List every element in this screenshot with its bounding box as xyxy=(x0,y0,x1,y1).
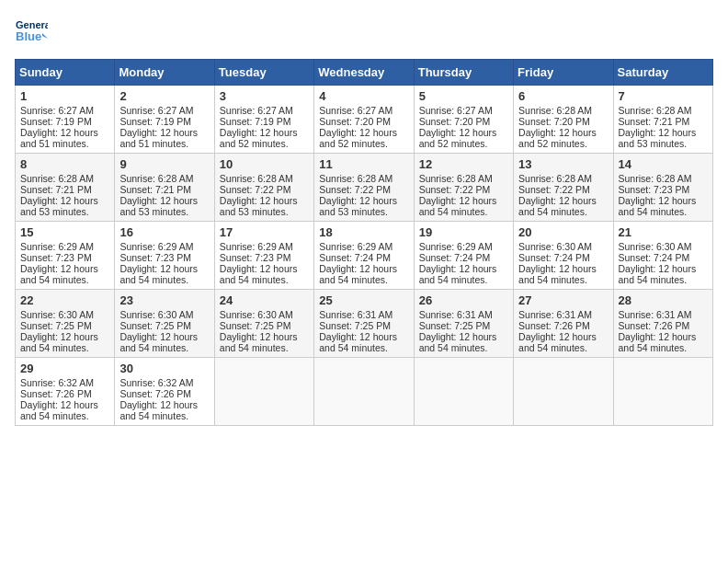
sunset-label: Sunset: 7:22 PM xyxy=(319,184,391,195)
day-number: 16 xyxy=(119,225,209,239)
logo-svg: General Blue xyxy=(15,15,48,48)
calendar-cell xyxy=(514,358,613,426)
sunset-label: Sunset: 7:26 PM xyxy=(119,388,191,399)
calendar-cell: 23 Sunrise: 6:30 AM Sunset: 7:25 PM Dayl… xyxy=(115,290,214,358)
day-number: 5 xyxy=(419,89,508,103)
sunrise-label: Sunrise: 6:32 AM xyxy=(119,377,193,388)
day-number: 21 xyxy=(619,225,708,239)
daylight-label: Daylight: 12 hours and 52 minutes. xyxy=(220,127,298,149)
calendar-cell: 30 Sunrise: 6:32 AM Sunset: 7:26 PM Dayl… xyxy=(115,358,214,426)
sunset-label: Sunset: 7:21 PM xyxy=(619,116,690,127)
sunset-label: Sunset: 7:26 PM xyxy=(20,388,92,399)
daylight-label: Daylight: 12 hours and 53 minutes. xyxy=(319,195,397,217)
sunrise-label: Sunrise: 6:27 AM xyxy=(319,105,392,116)
daylight-label: Daylight: 12 hours and 53 minutes. xyxy=(119,195,198,217)
sunset-label: Sunset: 7:19 PM xyxy=(220,116,291,127)
sunrise-label: Sunrise: 6:29 AM xyxy=(319,241,392,252)
page-header: General Blue xyxy=(15,15,713,48)
day-number: 6 xyxy=(518,89,608,103)
calendar-cell xyxy=(414,358,513,426)
day-number: 11 xyxy=(319,157,408,171)
sunrise-label: Sunrise: 6:29 AM xyxy=(419,241,493,252)
column-header-sunday: Sunday xyxy=(16,60,115,86)
sunrise-label: Sunrise: 6:29 AM xyxy=(220,241,293,252)
sunrise-label: Sunrise: 6:27 AM xyxy=(220,105,293,116)
sunset-label: Sunset: 7:23 PM xyxy=(619,184,690,195)
daylight-label: Daylight: 12 hours and 54 minutes. xyxy=(518,263,597,285)
calendar-cell: 13 Sunrise: 6:28 AM Sunset: 7:22 PM Dayl… xyxy=(514,154,613,222)
sunset-label: Sunset: 7:25 PM xyxy=(419,320,491,331)
sunrise-label: Sunrise: 6:29 AM xyxy=(119,241,193,252)
sunrise-label: Sunrise: 6:28 AM xyxy=(119,173,193,184)
calendar-cell: 20 Sunrise: 6:30 AM Sunset: 7:24 PM Dayl… xyxy=(514,222,613,290)
sunrise-label: Sunrise: 6:31 AM xyxy=(518,309,592,320)
day-number: 25 xyxy=(319,293,408,307)
sunset-label: Sunset: 7:22 PM xyxy=(518,184,590,195)
calendar-cell: 27 Sunrise: 6:31 AM Sunset: 7:26 PM Dayl… xyxy=(514,290,613,358)
calendar-cell: 26 Sunrise: 6:31 AM Sunset: 7:25 PM Dayl… xyxy=(414,290,513,358)
calendar-cell: 6 Sunrise: 6:28 AM Sunset: 7:20 PM Dayli… xyxy=(514,86,613,154)
daylight-label: Daylight: 12 hours and 54 minutes. xyxy=(119,263,198,285)
day-number: 23 xyxy=(119,293,209,307)
day-number: 1 xyxy=(20,89,109,103)
day-number: 9 xyxy=(119,157,209,171)
sunset-label: Sunset: 7:20 PM xyxy=(518,116,590,127)
day-number: 10 xyxy=(220,157,309,171)
calendar-cell xyxy=(214,358,313,426)
calendar-cell: 4 Sunrise: 6:27 AM Sunset: 7:20 PM Dayli… xyxy=(314,86,414,154)
sunrise-label: Sunrise: 6:29 AM xyxy=(20,241,94,252)
day-number: 27 xyxy=(518,293,608,307)
calendar-cell: 11 Sunrise: 6:28 AM Sunset: 7:22 PM Dayl… xyxy=(314,154,414,222)
daylight-label: Daylight: 12 hours and 52 minutes. xyxy=(419,127,497,149)
day-number: 14 xyxy=(619,157,708,171)
day-number: 18 xyxy=(319,225,408,239)
calendar-cell: 5 Sunrise: 6:27 AM Sunset: 7:20 PM Dayli… xyxy=(414,86,513,154)
daylight-label: Daylight: 12 hours and 53 minutes. xyxy=(20,195,98,217)
sunrise-label: Sunrise: 6:28 AM xyxy=(220,173,293,184)
daylight-label: Daylight: 12 hours and 52 minutes. xyxy=(319,127,397,149)
sunrise-label: Sunrise: 6:28 AM xyxy=(619,173,692,184)
calendar-cell: 25 Sunrise: 6:31 AM Sunset: 7:25 PM Dayl… xyxy=(314,290,414,358)
calendar-cell xyxy=(314,358,414,426)
sunrise-label: Sunrise: 6:30 AM xyxy=(119,309,193,320)
daylight-label: Daylight: 12 hours and 52 minutes. xyxy=(518,127,597,149)
daylight-label: Daylight: 12 hours and 51 minutes. xyxy=(20,127,98,149)
calendar-cell: 1 Sunrise: 6:27 AM Sunset: 7:19 PM Dayli… xyxy=(16,86,115,154)
sunset-label: Sunset: 7:23 PM xyxy=(119,252,191,263)
calendar-cell: 19 Sunrise: 6:29 AM Sunset: 7:24 PM Dayl… xyxy=(414,222,513,290)
calendar-cell: 3 Sunrise: 6:27 AM Sunset: 7:19 PM Dayli… xyxy=(214,86,313,154)
calendar-week-row: 22 Sunrise: 6:30 AM Sunset: 7:25 PM Dayl… xyxy=(16,290,713,358)
sunrise-label: Sunrise: 6:31 AM xyxy=(319,309,392,320)
daylight-label: Daylight: 12 hours and 54 minutes. xyxy=(518,195,597,217)
calendar-cell: 14 Sunrise: 6:28 AM Sunset: 7:23 PM Dayl… xyxy=(613,154,712,222)
sunrise-label: Sunrise: 6:28 AM xyxy=(20,173,94,184)
daylight-label: Daylight: 12 hours and 53 minutes. xyxy=(220,195,298,217)
calendar-cell: 21 Sunrise: 6:30 AM Sunset: 7:24 PM Dayl… xyxy=(613,222,712,290)
sunset-label: Sunset: 7:24 PM xyxy=(619,252,690,263)
daylight-label: Daylight: 12 hours and 54 minutes. xyxy=(119,399,198,421)
daylight-label: Daylight: 12 hours and 54 minutes. xyxy=(20,331,98,353)
sunset-label: Sunset: 7:25 PM xyxy=(20,320,92,331)
daylight-label: Daylight: 12 hours and 54 minutes. xyxy=(319,263,397,285)
sunset-label: Sunset: 7:22 PM xyxy=(220,184,291,195)
sunrise-label: Sunrise: 6:31 AM xyxy=(419,309,493,320)
column-header-wednesday: Wednesday xyxy=(314,60,414,86)
daylight-label: Daylight: 12 hours and 54 minutes. xyxy=(619,195,697,217)
column-header-monday: Monday xyxy=(115,60,214,86)
day-number: 28 xyxy=(619,293,708,307)
sunset-label: Sunset: 7:19 PM xyxy=(20,116,92,127)
sunset-label: Sunset: 7:23 PM xyxy=(220,252,291,263)
calendar-week-row: 8 Sunrise: 6:28 AM Sunset: 7:21 PM Dayli… xyxy=(16,154,713,222)
daylight-label: Daylight: 12 hours and 54 minutes. xyxy=(220,263,298,285)
sunset-label: Sunset: 7:23 PM xyxy=(20,252,92,263)
calendar-week-row: 15 Sunrise: 6:29 AM Sunset: 7:23 PM Dayl… xyxy=(16,222,713,290)
sunrise-label: Sunrise: 6:27 AM xyxy=(119,105,193,116)
sunset-label: Sunset: 7:25 PM xyxy=(119,320,191,331)
day-number: 20 xyxy=(518,225,608,239)
column-header-saturday: Saturday xyxy=(613,60,712,86)
sunrise-label: Sunrise: 6:28 AM xyxy=(319,173,392,184)
logo: General Blue xyxy=(15,15,48,48)
sunset-label: Sunset: 7:26 PM xyxy=(619,320,690,331)
sunrise-label: Sunrise: 6:28 AM xyxy=(518,173,592,184)
day-number: 8 xyxy=(20,157,109,171)
